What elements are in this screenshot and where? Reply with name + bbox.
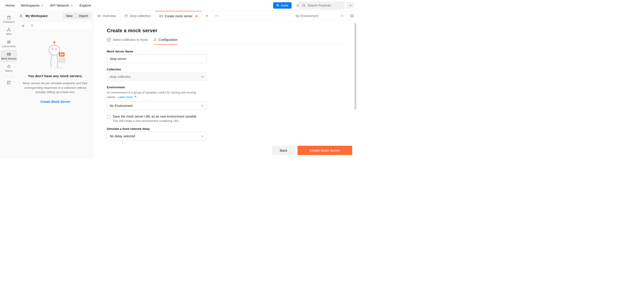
step-configuration[interactable]: 2. Configuration bbox=[154, 38, 178, 45]
collection-label: Collection bbox=[107, 68, 207, 71]
rail-apis[interactable]: APIs bbox=[1, 25, 17, 38]
mock-server-name-input[interactable] bbox=[107, 54, 207, 63]
unsaved-dot-icon bbox=[196, 15, 198, 17]
tab-shop-collection[interactable]: shop collection bbox=[120, 11, 155, 21]
tab-more-button[interactable] bbox=[212, 11, 222, 21]
tab-create-mock-server[interactable]: Create mock server bbox=[155, 11, 202, 21]
scrollbar-thumb[interactable] bbox=[354, 23, 356, 109]
nav-api-network-label: API Network bbox=[50, 3, 69, 7]
step2-label: Configuration bbox=[158, 38, 178, 41]
svg-rect-11 bbox=[7, 81, 8, 82]
collection-icon bbox=[124, 14, 128, 18]
tab-add-button[interactable] bbox=[202, 11, 212, 21]
svg-point-29 bbox=[160, 16, 161, 16]
environment-value: No Environment bbox=[110, 104, 132, 108]
mock-server-icon bbox=[6, 52, 11, 56]
apis-icon bbox=[6, 28, 11, 32]
back-button[interactable]: Back bbox=[272, 146, 295, 155]
environment-quicklook[interactable] bbox=[347, 11, 357, 21]
svg-point-32 bbox=[218, 15, 218, 16]
sidebar-add-button[interactable] bbox=[20, 22, 27, 29]
chevron-down-icon bbox=[201, 135, 204, 138]
invite-label: Invite bbox=[281, 4, 288, 7]
mock-server-icon bbox=[159, 14, 163, 18]
svg-point-31 bbox=[216, 15, 217, 16]
nav-api-network[interactable]: API Network bbox=[47, 1, 76, 9]
svg-rect-7 bbox=[8, 41, 10, 42]
rail-apis-label: APIs bbox=[6, 33, 11, 35]
rail-collections[interactable]: Collections bbox=[1, 13, 17, 25]
search-placeholder: Search Postman bbox=[308, 4, 331, 7]
rail-environments[interactable]: nvironments bbox=[1, 38, 17, 50]
svg-rect-23 bbox=[60, 59, 62, 61]
svg-point-25 bbox=[55, 67, 63, 68]
svg-point-2 bbox=[298, 5, 298, 6]
rail-more[interactable] bbox=[1, 78, 17, 87]
chevron-down-icon bbox=[341, 14, 344, 17]
empty-illustration bbox=[43, 40, 68, 69]
nav-workspaces[interactable]: Workspaces bbox=[18, 1, 46, 9]
global-search[interactable]: Search Postman bbox=[299, 1, 345, 9]
svg-rect-20 bbox=[60, 53, 61, 55]
svg-point-30 bbox=[215, 15, 216, 16]
import-button[interactable]: Import bbox=[76, 13, 91, 19]
rail-history[interactable]: History bbox=[1, 62, 17, 74]
filter-icon bbox=[30, 24, 34, 27]
empty-description: Mock servers let you simulate endpoints … bbox=[22, 81, 88, 94]
workspace-title[interactable]: My Workspace bbox=[26, 14, 48, 18]
step1-label: Select collection to mock bbox=[113, 38, 148, 41]
chevron-down-icon bbox=[41, 4, 44, 7]
nav-home[interactable]: Home bbox=[3, 1, 17, 9]
rail-collections-label: Collections bbox=[3, 20, 15, 23]
delay-value: No delay selected bbox=[110, 134, 135, 138]
collections-icon bbox=[6, 15, 11, 19]
svg-point-27 bbox=[99, 15, 101, 17]
svg-point-34 bbox=[352, 15, 352, 16]
environment-selector[interactable]: No Environment bbox=[292, 11, 347, 21]
save-url-hint: This will create a new environment conta… bbox=[113, 119, 196, 123]
page-title: Create a mock server bbox=[107, 28, 343, 33]
svg-rect-19 bbox=[59, 52, 64, 56]
svg-point-17 bbox=[52, 48, 53, 50]
delay-label: Simulate a fixed network delay bbox=[107, 127, 207, 131]
nav-workspaces-label: Workspaces bbox=[21, 3, 40, 7]
step-select-collection[interactable]: Select collection to mock bbox=[107, 38, 148, 44]
invite-button[interactable]: Invite bbox=[273, 2, 292, 9]
delay-select[interactable]: No delay selected bbox=[107, 132, 207, 141]
nav-explore[interactable]: Explore bbox=[77, 1, 94, 9]
environment-select[interactable]: No Environment bbox=[107, 101, 207, 110]
grid-plus-icon bbox=[7, 81, 11, 85]
environments-icon bbox=[6, 40, 11, 44]
tab-overview[interactable]: Overview bbox=[93, 11, 120, 21]
rail-mock-servers[interactable]: Mock Servers bbox=[1, 50, 17, 62]
environment-label: Environment bbox=[107, 86, 207, 89]
collection-value: shop collection bbox=[110, 75, 131, 78]
upgrade-menu[interactable] bbox=[346, 2, 354, 9]
mock-server-name-label: Mock Server Name bbox=[107, 50, 207, 53]
svg-rect-28 bbox=[160, 15, 162, 17]
learn-more-link[interactable]: Learn more bbox=[118, 95, 136, 99]
chevron-down-icon bbox=[349, 4, 352, 7]
create-mock-server-link[interactable]: Create Mock Server bbox=[22, 100, 88, 103]
svg-rect-12 bbox=[9, 81, 10, 82]
svg-rect-24 bbox=[62, 59, 64, 61]
tab-shop-label: shop collection bbox=[130, 14, 151, 18]
chevron-down-icon bbox=[201, 104, 204, 107]
sidebar-filter[interactable] bbox=[29, 22, 91, 29]
save-url-checkbox[interactable] bbox=[107, 115, 110, 119]
search-icon bbox=[302, 4, 306, 7]
svg-point-15 bbox=[54, 41, 55, 43]
svg-rect-21 bbox=[62, 53, 64, 55]
svg-rect-13 bbox=[7, 83, 8, 84]
create-mock-server-button[interactable]: Create Mock Server bbox=[298, 146, 352, 155]
tab-create-mock-label: Create mock server bbox=[165, 14, 192, 18]
rail-history-label: History bbox=[5, 69, 13, 72]
more-icon bbox=[215, 15, 218, 16]
collection-select[interactable]: shop collection bbox=[107, 72, 207, 81]
invite-icon bbox=[276, 4, 280, 7]
step2-num: 2. bbox=[154, 38, 157, 41]
check-circle-icon bbox=[107, 38, 111, 42]
environment-selector-label: No Environment bbox=[296, 14, 318, 18]
svg-point-3 bbox=[8, 28, 9, 29]
new-button[interactable]: New bbox=[63, 13, 76, 19]
